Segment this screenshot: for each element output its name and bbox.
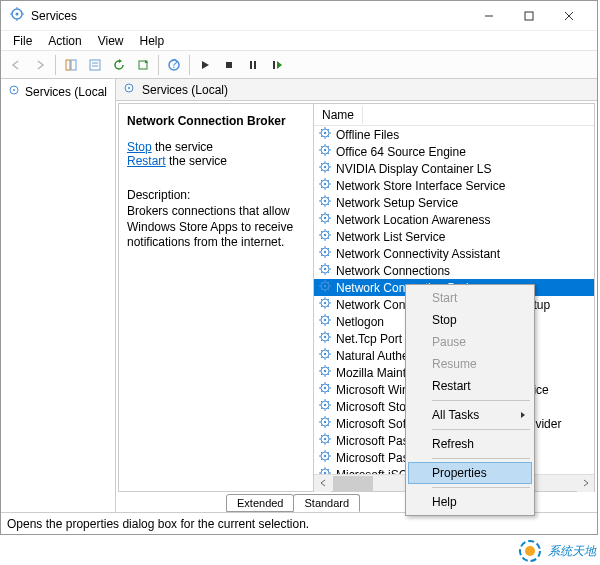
tab-standard[interactable]: Standard <box>293 494 360 512</box>
restart-line: Restart the service <box>127 154 305 168</box>
gear-icon <box>318 296 332 313</box>
scroll-thumb[interactable] <box>333 476 373 491</box>
cm-properties[interactable]: Properties <box>408 462 532 484</box>
scroll-right-button[interactable] <box>577 475 594 492</box>
cm-help[interactable]: Help <box>408 491 532 513</box>
properties-toolbar-button[interactable] <box>84 54 106 76</box>
cm-stop[interactable]: Stop <box>408 309 532 331</box>
service-row[interactable]: Network Connections <box>314 262 594 279</box>
svg-point-137 <box>324 319 326 321</box>
service-row[interactable]: NVIDIA Display Container LS <box>314 160 594 177</box>
service-name: Netlogon <box>336 315 384 329</box>
tree-root[interactable]: Services (Local <box>3 81 113 102</box>
service-name: Offline Files <box>336 128 399 142</box>
svg-line-175 <box>328 367 330 369</box>
cm-all-tasks[interactable]: All Tasks <box>408 404 532 426</box>
svg-point-117 <box>324 285 326 287</box>
selected-service-title: Network Connection Broker <box>127 114 305 128</box>
svg-line-145 <box>328 316 330 318</box>
refresh-button[interactable] <box>108 54 130 76</box>
svg-line-102 <box>321 248 323 250</box>
description-text: Brokers connections that allow Windows S… <box>127 204 305 251</box>
svg-line-183 <box>328 391 330 393</box>
gear-icon <box>7 83 21 100</box>
cm-start[interactable]: Start <box>408 287 532 309</box>
svg-rect-11 <box>71 60 76 70</box>
gear-icon <box>318 398 332 415</box>
chevron-right-icon <box>520 408 526 422</box>
svg-line-143 <box>328 323 330 325</box>
svg-point-25 <box>128 87 130 89</box>
svg-line-193 <box>328 408 330 410</box>
svg-line-53 <box>328 170 330 172</box>
service-name: Network Location Awareness <box>336 213 491 227</box>
list-header[interactable]: Name <box>314 104 594 126</box>
svg-point-27 <box>324 132 326 134</box>
pause-service-button[interactable] <box>242 54 264 76</box>
svg-point-87 <box>324 234 326 236</box>
pane-header: Services (Local) <box>116 79 597 101</box>
minimize-button[interactable] <box>469 2 509 30</box>
svg-line-93 <box>328 238 330 240</box>
tree-pane[interactable]: Services (Local <box>1 79 116 512</box>
start-service-button[interactable] <box>194 54 216 76</box>
pane-header-text: Services (Local) <box>142 83 228 97</box>
svg-rect-19 <box>250 61 252 69</box>
show-hide-tree-button[interactable] <box>60 54 82 76</box>
gear-icon <box>318 415 332 432</box>
service-row[interactable]: Network List Service <box>314 228 594 245</box>
svg-line-42 <box>321 146 323 148</box>
menu-view[interactable]: View <box>90 32 132 50</box>
svg-line-115 <box>328 265 330 267</box>
svg-line-122 <box>321 282 323 284</box>
menu-action[interactable]: Action <box>40 32 89 50</box>
svg-line-114 <box>321 272 323 274</box>
svg-point-107 <box>324 268 326 270</box>
svg-line-104 <box>321 255 323 257</box>
cm-resume[interactable]: Resume <box>408 353 532 375</box>
menu-help[interactable]: Help <box>132 32 173 50</box>
help-button[interactable]: ? <box>163 54 185 76</box>
restart-service-button[interactable] <box>266 54 288 76</box>
service-row[interactable]: Network Setup Service <box>314 194 594 211</box>
svg-line-153 <box>328 340 330 342</box>
column-name[interactable]: Name <box>314 106 363 124</box>
close-button[interactable] <box>549 2 589 30</box>
svg-line-154 <box>321 340 323 342</box>
maximize-button[interactable] <box>509 2 549 30</box>
service-row[interactable]: Network Connectivity Assistant <box>314 245 594 262</box>
svg-line-64 <box>321 187 323 189</box>
service-name: Office 64 Source Engine <box>336 145 466 159</box>
export-button[interactable] <box>132 54 154 76</box>
stop-link[interactable]: Stop <box>127 140 152 154</box>
back-button[interactable] <box>5 54 27 76</box>
svg-line-205 <box>328 418 330 420</box>
svg-line-103 <box>328 255 330 257</box>
svg-line-223 <box>328 459 330 461</box>
svg-line-172 <box>321 367 323 369</box>
svg-line-92 <box>321 231 323 233</box>
svg-line-65 <box>328 180 330 182</box>
svg-line-212 <box>321 435 323 437</box>
service-row[interactable]: Office 64 Source Engine <box>314 143 594 160</box>
tab-extended[interactable]: Extended <box>226 494 294 512</box>
service-row[interactable]: Network Location Awareness <box>314 211 594 228</box>
forward-button[interactable] <box>29 54 51 76</box>
service-row[interactable]: Network Store Interface Service <box>314 177 594 194</box>
gear-icon <box>318 330 332 347</box>
svg-rect-20 <box>254 61 256 69</box>
stop-service-button[interactable] <box>218 54 240 76</box>
restart-link[interactable]: Restart <box>127 154 166 168</box>
svg-rect-18 <box>226 62 232 68</box>
svg-rect-10 <box>66 60 70 70</box>
cm-pause[interactable]: Pause <box>408 331 532 353</box>
cm-refresh[interactable]: Refresh <box>408 433 532 455</box>
svg-line-52 <box>321 163 323 165</box>
gear-icon <box>318 313 332 330</box>
svg-line-213 <box>328 442 330 444</box>
cm-restart[interactable]: Restart <box>408 375 532 397</box>
scroll-left-button[interactable] <box>314 475 331 492</box>
service-row[interactable]: Offline Files <box>314 126 594 143</box>
menu-file[interactable]: File <box>5 32 40 50</box>
svg-point-187 <box>324 404 326 406</box>
